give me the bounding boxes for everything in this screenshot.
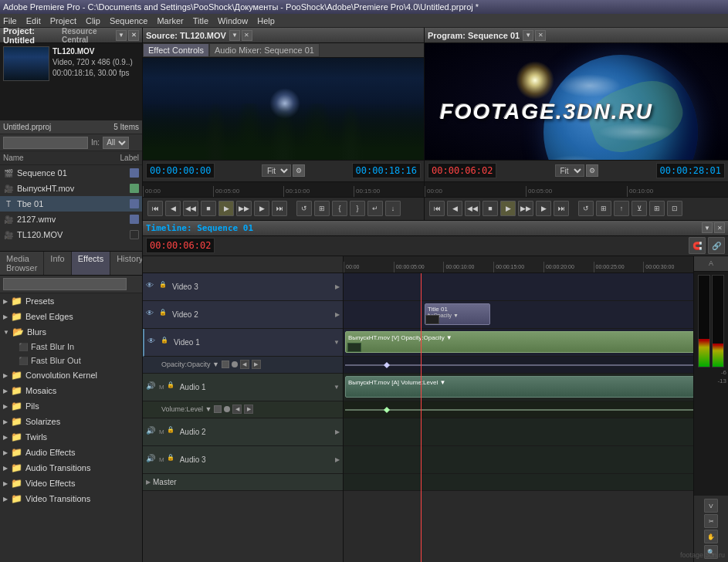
tool-razor[interactable]: ✂	[704, 514, 718, 528]
tree-group-header[interactable]: ▶ 📁 Convolution Kernel	[0, 367, 142, 383]
source-btn-stop[interactable]: ■	[201, 201, 216, 216]
menu-project[interactable]: Project	[50, 16, 76, 25]
timeline-panel-menu[interactable]: ▼	[702, 222, 713, 233]
panel-menu-btn[interactable]: ▼	[116, 30, 127, 41]
source-timecode-in[interactable]: 00:00:00:00	[146, 163, 215, 178]
video1-mini-left[interactable]: ◀	[240, 360, 249, 369]
prog-btn-play-back[interactable]: ◀◀	[465, 201, 480, 216]
tree-group-header[interactable]: ▶ 📁 Mosaics	[0, 383, 142, 398]
track-lock-video1[interactable]: 🔒	[161, 337, 171, 347]
program-settings-btn[interactable]: ⚙	[586, 164, 598, 177]
track-speaker-audio2[interactable]: 🔊	[146, 426, 157, 437]
tl-snap-btn[interactable]: 🧲	[689, 237, 706, 254]
tree-group-header[interactable]: ▶ 📁 Presets	[0, 293, 142, 309]
prog-btn-step-back[interactable]: ◀	[447, 201, 462, 216]
tl-link-btn[interactable]: 🔗	[708, 237, 725, 254]
timeline-panel-close[interactable]: ✕	[714, 222, 725, 233]
track-expand-audio3[interactable]: ▶	[335, 456, 340, 463]
list-item[interactable]: T Tbe 01	[0, 196, 142, 212]
source-panel-menu[interactable]: ▼	[229, 30, 240, 41]
audio1-keyframe[interactable]	[214, 405, 222, 413]
tab-media-browser[interactable]: Media Browser	[0, 252, 44, 275]
menu-window[interactable]: Window	[218, 16, 248, 25]
clip-vypusk-audio[interactable]: ВыпускHT.mov [A] Volume:Level ▼	[345, 376, 693, 398]
prog-btn-play[interactable]: ▶	[500, 201, 516, 216]
track-expand-audio1[interactable]: ▼	[334, 384, 340, 391]
track-expand-master[interactable]: ▶	[146, 479, 151, 486]
source-timecode-out[interactable]: 00:00:18:16	[352, 163, 421, 178]
tree-group-header[interactable]: ▶ 📁 Pils	[0, 398, 142, 414]
program-panel-close[interactable]: ✕	[535, 30, 546, 41]
source-tab-effect-controls[interactable]: Effect Controls	[143, 43, 209, 57]
list-item[interactable]: 🎥 2127.wmv	[0, 212, 142, 227]
panel-close-btn[interactable]: ✕	[128, 30, 139, 41]
menu-clip[interactable]: Clip	[86, 16, 100, 25]
timeline-timecode[interactable]: 00:00:06:02	[146, 238, 215, 253]
source-btn-play-fwd[interactable]: ▶▶	[236, 201, 252, 216]
resource-central[interactable]: Resource Central	[62, 27, 116, 44]
menu-help[interactable]: Help	[257, 16, 275, 25]
prog-btn-loop[interactable]: ↺	[578, 201, 594, 216]
source-btn-play-back[interactable]: ◀◀	[183, 201, 198, 216]
tree-group-header[interactable]: ▶ 📁 Bevel Edges	[0, 309, 142, 324]
prog-btn-play-fwd[interactable]: ▶▶	[518, 201, 533, 216]
list-item[interactable]: 🎥 TL120.MOV	[0, 227, 142, 242]
track-expand-audio2[interactable]: ▶	[335, 428, 340, 435]
video1-keyframe[interactable]	[222, 361, 229, 368]
track-lock-video3[interactable]: 🔒	[159, 281, 170, 292]
track-mute-audio2[interactable]: M	[159, 428, 164, 435]
source-btn-safe[interactable]: ⊞	[314, 201, 330, 216]
menu-sequence[interactable]: Sequence	[110, 16, 148, 25]
tool-select[interactable]: V	[704, 499, 718, 513]
source-btn-next-edit[interactable]: ⏭	[272, 201, 287, 216]
source-btn-prev-edit[interactable]: ⏮	[147, 201, 163, 216]
prog-btn-stop[interactable]: ■	[483, 201, 498, 216]
tab-info[interactable]: Info	[44, 252, 71, 275]
tree-item-fast-blur-in[interactable]: ⬛ Fast Blur In	[0, 340, 142, 354]
menu-edit[interactable]: Edit	[26, 16, 41, 25]
menu-file[interactable]: File	[3, 16, 17, 25]
source-fit-select[interactable]: Fit	[262, 164, 291, 177]
source-btn-overwrite[interactable]: ↓	[385, 201, 401, 216]
tree-group-header[interactable]: ▶ 📁 Audio Transitions	[0, 460, 142, 476]
track-visibility-video1[interactable]: 👁	[147, 337, 158, 347]
prog-btn-extract[interactable]: ⊻	[631, 201, 647, 216]
prog-btn-safe[interactable]: ⊞	[596, 201, 611, 216]
tree-group-header[interactable]: ▶ 📁 Video Transitions	[0, 491, 142, 506]
list-item[interactable]: 🎥 ВыпускHT.mov	[0, 181, 142, 196]
program-timecode-out[interactable]: 00:00:28:01	[656, 163, 725, 178]
source-btn-insert[interactable]: ↵	[367, 201, 383, 216]
source-panel-close[interactable]: ✕	[242, 30, 252, 41]
program-fit-select[interactable]: Fit	[555, 164, 584, 177]
track-speaker-audio1[interactable]: 🔊	[146, 381, 157, 392]
tree-group-header[interactable]: ▶ 📁 Twirls	[0, 429, 142, 445]
program-panel-menu[interactable]: ▼	[523, 30, 533, 41]
tree-group-header[interactable]: ▼ 📂 Blurs	[0, 324, 142, 340]
prog-btn-multi-cam[interactable]: ⊡	[667, 201, 682, 216]
track-expand-video2[interactable]: ▶	[335, 311, 340, 318]
track-lock-video2[interactable]: 🔒	[159, 309, 170, 320]
audio1-mini-right[interactable]: ▶	[244, 405, 253, 414]
list-item[interactable]: 🎬 Sequence 01	[0, 165, 142, 181]
track-speaker-audio3[interactable]: 🔊	[146, 454, 157, 465]
program-timecode-in[interactable]: 00:00:06:02	[428, 163, 496, 178]
project-search-input[interactable]	[3, 137, 88, 149]
tree-group-header[interactable]: ▶ 📁 Audio Effects	[0, 445, 142, 460]
clip-vypusk-video[interactable]: ВыпускHT.mov [V] Opacity:Opacity ▼	[345, 331, 693, 353]
video1-mini-right[interactable]: ▶	[252, 360, 261, 369]
track-expand-video3[interactable]: ▶	[335, 283, 340, 290]
track-lock-audio2[interactable]: 🔒	[167, 426, 178, 437]
in-select[interactable]: All	[103, 137, 129, 149]
source-btn-play[interactable]: ▶	[218, 201, 234, 216]
track-expand-video1[interactable]: ▼	[334, 339, 340, 346]
track-lock-audio1[interactable]: 🔒	[167, 381, 178, 392]
track-lock-audio3[interactable]: 🔒	[167, 454, 178, 465]
prog-btn-lift[interactable]: ↑	[614, 201, 629, 216]
prog-btn-step-fwd[interactable]: ▶	[536, 201, 551, 216]
menu-title[interactable]: Title	[193, 16, 208, 25]
source-btn-mark-out[interactable]: }	[350, 201, 365, 216]
tree-item-fast-blur-out[interactable]: ⬛ Fast Blur Out	[0, 354, 142, 367]
track-visibility-video3[interactable]: 👁	[146, 281, 157, 292]
source-btn-mark-in[interactable]: {	[332, 201, 347, 216]
tab-history[interactable]: History	[110, 252, 142, 275]
